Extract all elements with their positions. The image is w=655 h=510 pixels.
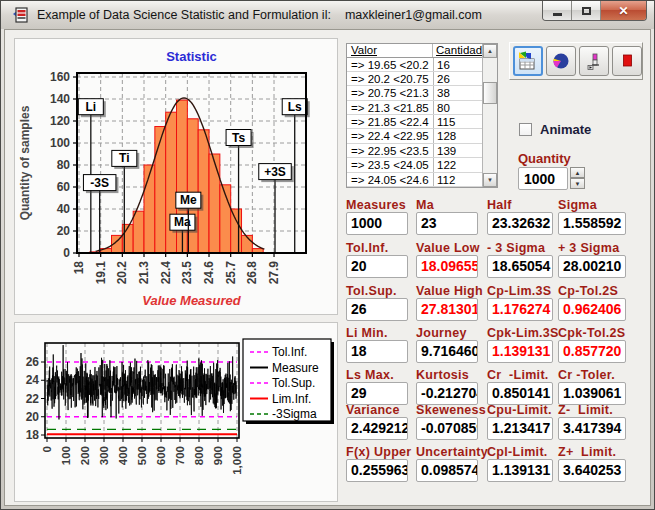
field-value-ma[interactable]: 23 [416, 212, 478, 235]
field-label-3-sigma: + 3 Sigma [558, 241, 619, 255]
field-value-z-limit[interactable]: 3.417394 [558, 417, 626, 440]
close-icon: ✕ [618, 4, 628, 18]
frequency-grid: Valor Cantidad => 19.65 <20.216=> 20.2 <… [347, 44, 482, 187]
field-value-half[interactable]: 23.32632 [487, 212, 553, 235]
field-label-cpk-lim-3s: Cpk-Lim.3S [487, 326, 559, 340]
table-row[interactable]: => 20.2 <20.7526 [347, 72, 482, 86]
svg-text:Ls: Ls [288, 100, 302, 114]
field-value-cp-lim-3s[interactable]: 1.176274 [487, 298, 553, 321]
table-row[interactable]: => 22.95 <23.5139 [347, 144, 482, 158]
field-value-kurtosis[interactable]: -0.212704 [416, 382, 478, 405]
table-row[interactable]: => 24.05 <24.6112 [347, 173, 482, 187]
pie-chart-button[interactable] [546, 46, 576, 76]
scroll-up-icon[interactable]: ▲ [483, 44, 497, 58]
svg-text:400: 400 [117, 446, 129, 465]
svg-text:+3S: +3S [264, 165, 286, 179]
valor-cell: => 20.75 <21.3 [347, 86, 434, 99]
svg-text:-3S: -3S [90, 176, 109, 190]
table-row[interactable]: => 21.3 <21.8580 [347, 101, 482, 115]
field-label-journey: Journey [416, 326, 467, 340]
frequency-table[interactable]: Valor Cantidad => 19.65 <20.216=> 20.2 <… [346, 43, 498, 188]
close-button[interactable]: ✕ [601, 1, 646, 20]
field-value-cpk-lim-3s[interactable]: 1.139131 [487, 340, 553, 363]
field-label-value-high: Value High [416, 284, 483, 298]
spin-down-icon[interactable]: ▼ [570, 178, 585, 189]
field-value-f-x-upper[interactable]: 0.255963 [346, 459, 408, 482]
maximize-icon [582, 7, 591, 15]
field-value-3-sigma[interactable]: 18.65054 [487, 255, 553, 278]
field-value-sigma[interactable]: 1.558592 [558, 212, 626, 235]
table-row[interactable]: => 23.5 <24.05122 [347, 158, 482, 172]
field-value-li-min[interactable]: 18 [346, 340, 408, 363]
stop-button[interactable] [612, 46, 642, 76]
svg-text:Tol.Inf.: Tol.Inf. [272, 345, 307, 359]
svg-text:26: 26 [26, 355, 40, 369]
cantidad-cell: 26 [434, 72, 482, 85]
svg-text:800: 800 [193, 446, 205, 465]
field-value-value-high[interactable]: 27.81301 [416, 298, 478, 321]
field-label-cpk-tol-2s: Cpk-Tol.2S [558, 326, 625, 340]
field-value-measures[interactable]: 1000 [346, 212, 408, 235]
quantity-input[interactable] [518, 167, 568, 190]
field-value-ls-max[interactable]: 29 [346, 382, 408, 405]
minimize-icon [553, 13, 562, 16]
field-value-value-low[interactable]: 18.09655 [416, 255, 478, 278]
svg-text:Measure: Measure [272, 361, 319, 375]
svg-text:25.7: 25.7 [224, 261, 238, 285]
animate-checkbox[interactable] [519, 123, 532, 136]
svg-text:22: 22 [26, 392, 40, 406]
title-bar[interactable]: Example of Data Science Statistic and Fo… [1, 1, 654, 29]
field-value-variance[interactable]: 2.429212 [346, 417, 408, 440]
table-scrollbar[interactable]: ▲ ▼ [482, 44, 497, 187]
svg-text:80: 80 [57, 158, 71, 172]
bar-chart-button[interactable] [579, 46, 609, 76]
field-label-li-min: Li Min. [346, 326, 388, 340]
svg-text:-3Sigma: -3Sigma [272, 407, 317, 421]
field-label-f-x-upper: F(x) Upper [346, 445, 412, 459]
svg-text:160: 160 [50, 70, 70, 84]
stop-icon [617, 51, 637, 71]
svg-text:100: 100 [50, 136, 70, 150]
svg-text:500: 500 [136, 446, 148, 465]
toolbar [509, 42, 643, 80]
scroll-thumb[interactable] [483, 82, 497, 104]
table-row[interactable]: => 22.4 <22.95128 [347, 129, 482, 143]
cantidad-cell: 122 [434, 158, 482, 171]
field-label-measures: Measures [346, 198, 406, 212]
field-label-z-limit: Z- Limit. [558, 403, 613, 417]
chart-table-button[interactable] [513, 46, 543, 76]
field-label-cp-lim-3s: Cp-Lim.3S [487, 284, 552, 298]
minimize-button[interactable] [543, 1, 572, 20]
field-value-cpk-tol-2s[interactable]: 0.857720 [558, 340, 626, 363]
field-value-3-sigma[interactable]: 28.00210 [558, 255, 626, 278]
scroll-down-icon[interactable]: ▼ [483, 173, 497, 187]
cantidad-cell: 128 [434, 129, 482, 142]
field-value-tol-inf[interactable]: 20 [346, 255, 408, 278]
field-value-tol-sup[interactable]: 26 [346, 298, 408, 321]
svg-text:300: 300 [98, 446, 110, 465]
field-value-cr-toler[interactable]: 1.039061 [558, 382, 626, 405]
field-value-cp-tol-2s[interactable]: 0.962406 [558, 298, 626, 321]
field-value-z-limit[interactable]: 3.640253 [558, 459, 626, 482]
table-header[interactable]: Valor Cantidad [347, 44, 482, 58]
quantity-spinner: ▲ ▼ [518, 167, 586, 190]
table-body: => 19.65 <20.216=> 20.2 <20.7526=> 20.75… [347, 58, 482, 188]
field-value-cpu-limit[interactable]: 1.213417 [487, 417, 553, 440]
field-value-skeweness[interactable]: -0.070859 [416, 417, 478, 440]
animate-label: Animate [540, 122, 591, 137]
table-row[interactable]: => 20.75 <21.338 [347, 86, 482, 100]
field-value-cpl-limit[interactable]: 1.139131 [487, 459, 553, 482]
svg-text:0: 0 [63, 246, 70, 260]
field-value-cr-limit[interactable]: 0.850141 [487, 382, 553, 405]
animate-control: Animate [519, 122, 591, 137]
maximize-button[interactable] [572, 1, 601, 20]
cantidad-cell: 16 [434, 58, 482, 71]
field-value-uncertainty[interactable]: 0.098574 [416, 459, 478, 482]
table-row[interactable]: => 21.85 <22.4115 [347, 115, 482, 129]
table-row[interactable]: => 19.65 <20.216 [347, 58, 482, 72]
field-value-journey[interactable]: 9.716460 [416, 340, 478, 363]
svg-text:18: 18 [72, 261, 86, 275]
spin-up-icon[interactable]: ▲ [570, 167, 585, 178]
svg-text:18: 18 [26, 428, 40, 442]
svg-text:Value Measured: Value Measured [142, 293, 242, 308]
